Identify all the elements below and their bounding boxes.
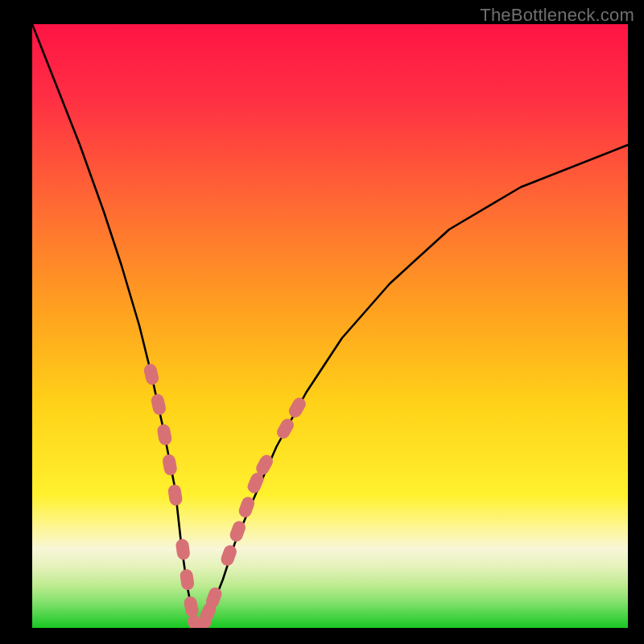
- marker-point: [287, 395, 308, 420]
- chart-frame: TheBottleneck.com: [0, 0, 644, 644]
- marker-point: [142, 363, 160, 386]
- bottleneck-curve: [32, 24, 628, 628]
- watermark-text: TheBottleneck.com: [480, 5, 634, 26]
- marker-point: [183, 595, 200, 618]
- marker-point: [156, 423, 173, 446]
- marker-point: [219, 543, 238, 568]
- marker-point: [180, 568, 196, 591]
- marker-point: [150, 393, 167, 416]
- marker-point: [167, 484, 184, 506]
- plot-area: [32, 24, 628, 628]
- highlight-markers: [142, 363, 308, 628]
- chart-svg: [32, 24, 628, 628]
- marker-point: [162, 453, 178, 476]
- marker-point: [275, 416, 296, 441]
- marker-point: [175, 539, 190, 561]
